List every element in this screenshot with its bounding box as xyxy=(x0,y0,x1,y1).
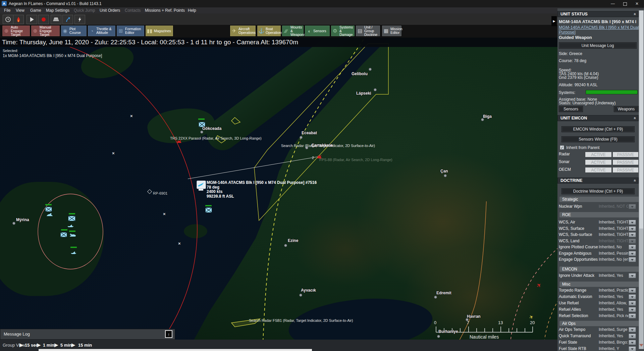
step-15sec[interactable]: 15 sec xyxy=(25,343,38,348)
manual-engage-target-button[interactable]: ⊕Manual Engage Target xyxy=(31,25,60,37)
message-log-expand-button[interactable]: ↑ xyxy=(165,330,172,338)
boat-operations-button[interactable]: ⚓Boat Operations xyxy=(257,25,281,37)
unit-marker-yellow xyxy=(231,117,240,124)
menu-map-settings[interactable]: Map Settings xyxy=(46,8,69,13)
collapse-chevron-icon[interactable]: « xyxy=(633,180,638,182)
throttle-altitude-button[interactable]: ◔Throttle & Altitude xyxy=(88,25,116,37)
systems-damage-button[interactable]: ⚙Systems & Damage xyxy=(331,25,355,37)
map-viewport[interactable]: Time: Thursday, June 11, 2020 - Zulu: 22… xyxy=(0,38,557,351)
play-step-icon[interactable]: ▶ xyxy=(54,342,58,348)
minimize-button[interactable]: — xyxy=(607,0,619,7)
sensors-button[interactable]: ◖Sensors xyxy=(305,25,330,37)
dropdown-button[interactable] xyxy=(629,232,636,237)
panel-scrollbar[interactable] xyxy=(639,10,644,349)
record-icon[interactable] xyxy=(38,15,49,24)
dropdown-button[interactable] xyxy=(629,273,636,278)
friendly-launcher-icon[interactable] xyxy=(69,233,76,238)
sonar-passive-button[interactable]: PASSIVE xyxy=(612,159,639,165)
scrollbar-thumb[interactable] xyxy=(639,10,643,229)
maximize-button[interactable] xyxy=(619,0,631,7)
dropdown-button[interactable] xyxy=(629,307,636,312)
play-step-icon[interactable]: ▶ xyxy=(71,342,75,348)
contact-x-mark[interactable]: × xyxy=(178,241,181,246)
sensors-list-button[interactable]: Sensors xyxy=(559,106,583,112)
step-15min[interactable]: 15 min xyxy=(78,343,92,348)
play-step-icon[interactable]: ▶ xyxy=(37,342,41,348)
scrollbar-down-arrow[interactable] xyxy=(639,344,643,347)
auto-engage-target-button[interactable]: ⊕Auto Engage Target xyxy=(2,25,30,37)
dropdown-button[interactable] xyxy=(629,313,636,318)
panel-collapse-arrow[interactable]: ▶ xyxy=(551,16,557,26)
menu-view[interactable]: View xyxy=(16,8,24,13)
selected-unit-box[interactable] xyxy=(197,181,206,189)
friendly-vehicle-icon[interactable] xyxy=(46,213,53,217)
friendly-boat-icon[interactable] xyxy=(67,223,74,228)
emcon-window-button[interactable]: EMCON Window (Ctrl + F9) xyxy=(561,126,635,132)
dropdown-button[interactable] xyxy=(629,327,636,332)
dropdown-button[interactable] xyxy=(629,334,636,339)
friendly-boat-icon[interactable] xyxy=(70,250,77,254)
doctrine-header[interactable]: DOCTRINE« xyxy=(557,178,639,184)
scale-tick-0: 0 xyxy=(434,320,436,325)
dropdown-button[interactable] xyxy=(629,340,636,345)
doctrine-row: Ignore Plotted CourseInherited, No xyxy=(557,245,639,250)
radar-passive-button[interactable]: PASSIVE xyxy=(612,152,639,157)
sensors-window-button[interactable]: Sensors Window (F9) xyxy=(561,136,635,142)
weapons-list-button[interactable]: Weapons xyxy=(614,106,639,112)
unit-status-header[interactable]: UNIT STATUS« xyxy=(557,11,639,17)
formation-editor-button[interactable]: ⊞Formation Editor xyxy=(116,25,145,37)
step-1min[interactable]: 1 min xyxy=(43,343,54,348)
lightning-icon[interactable] xyxy=(74,15,85,24)
magazines-button[interactable]: ▮▮Magazines xyxy=(145,25,173,37)
town-dot xyxy=(284,244,287,247)
unit-message-log-button[interactable]: Unit Message Log xyxy=(559,42,637,49)
oecm-passive-button[interactable]: PASSIVE xyxy=(612,167,639,173)
radar-active-button[interactable]: ACTIVE xyxy=(585,152,612,157)
friendly-installation-icon[interactable] xyxy=(68,216,75,221)
jump-arrow-icon[interactable] xyxy=(62,15,73,24)
collapse-chevron-icon[interactable]: « xyxy=(633,13,638,15)
dropdown-button[interactable] xyxy=(629,220,636,225)
contact-x-mark[interactable]: × xyxy=(163,211,166,216)
friendly-installation-icon[interactable] xyxy=(45,207,52,212)
dropdown-button[interactable] xyxy=(629,346,636,351)
selected-unit-base xyxy=(199,189,203,191)
inherit-from-parent-checkbox[interactable]: ✓ xyxy=(560,145,564,150)
mission-editor-button[interactable]: ▦Mission Editor xyxy=(382,25,402,37)
terrain-layers-icon[interactable] xyxy=(51,15,61,24)
doctrine-window-button[interactable]: Doctrine Window (Ctrl + F9) xyxy=(561,188,635,194)
sonar-active-button[interactable]: ACTIVE xyxy=(585,159,612,165)
collapse-chevron-icon[interactable]: « xyxy=(633,117,638,119)
menu-missions-ref-points[interactable]: Missions + Ref. Points xyxy=(145,8,185,13)
dropdown-button[interactable] xyxy=(629,226,636,231)
clock-icon[interactable] xyxy=(3,15,13,24)
town-label-havran: Havran xyxy=(467,314,481,319)
menu-unit-orders[interactable]: Unit Orders xyxy=(100,8,120,13)
menu-game[interactable]: Game xyxy=(30,8,41,13)
play-step-icon[interactable]: ▶ xyxy=(19,342,23,348)
step-5min[interactable]: 5 min xyxy=(60,343,72,348)
dropdown-button[interactable] xyxy=(629,301,636,306)
unit-group-doctrine-button[interactable]: ▤Unit / Group Doctrine xyxy=(356,25,380,37)
contact-x-mark[interactable]: × xyxy=(130,113,133,118)
plot-course-button[interactable]: ◉Plot Course xyxy=(61,25,87,37)
dropdown-button[interactable] xyxy=(629,257,636,262)
dropdown-button[interactable] xyxy=(629,245,636,250)
friendly-weapon-icon[interactable] xyxy=(205,207,212,213)
oecm-active-button[interactable]: ACTIVE xyxy=(585,167,612,173)
dropdown-button[interactable] xyxy=(629,294,636,299)
dropdown-button[interactable] xyxy=(629,251,636,256)
message-log-bar[interactable]: Message Log xyxy=(0,329,175,340)
friendly-installation-icon[interactable] xyxy=(60,232,67,237)
aircraft-operations-button[interactable]: ✈Aircraft Operations xyxy=(230,25,256,37)
mounts-weapons-button[interactable]: ∕∕∕Mounts & Weapons xyxy=(282,25,304,37)
unit-db-link[interactable]: MGM-140A ATACMS Blk I [950 x M74 Dual Pu… xyxy=(559,25,639,35)
play-icon[interactable] xyxy=(26,15,37,24)
unit-emcon-header[interactable]: UNIT EMCON« xyxy=(557,115,639,121)
menu-help[interactable]: Help xyxy=(188,8,196,13)
close-button[interactable]: ✕ xyxy=(631,0,643,7)
flame-icon[interactable] xyxy=(13,15,24,24)
menu-file[interactable]: File xyxy=(4,8,10,13)
contact-x-mark[interactable]: × xyxy=(112,151,115,156)
dropdown-button[interactable] xyxy=(629,288,636,293)
